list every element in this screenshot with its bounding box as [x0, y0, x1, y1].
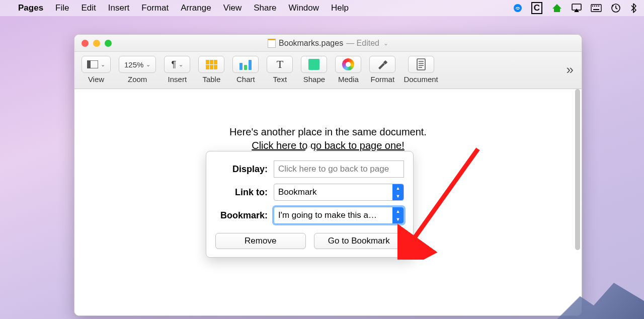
toolbar-table-group: Table	[198, 56, 224, 84]
document-icon	[416, 58, 426, 70]
svg-rect-7	[594, 6, 595, 7]
scrollbar-thumb[interactable]	[575, 89, 580, 250]
airplay-icon[interactable]	[572, 4, 582, 13]
remove-button[interactable]: Remove	[215, 233, 306, 249]
menu-arrange[interactable]: Arrange	[175, 3, 217, 13]
svg-rect-10	[593, 9, 599, 10]
bookmark-select[interactable]: I'm going to make this a… ▲▼	[274, 207, 404, 224]
body-line-1[interactable]: Here's another place in the same documen…	[74, 125, 582, 139]
menu-view[interactable]: View	[217, 3, 248, 13]
text-button[interactable]: T	[267, 56, 293, 73]
zoom-button[interactable]: 125% ⌄	[119, 56, 156, 73]
window-title[interactable]: Bookmarks.pages — Edited ⌄	[74, 39, 582, 48]
toolbar: ⌄ View 125% ⌄ Zoom ¶ ⌄ Insert Table	[74, 52, 582, 89]
shape-label: Shape	[303, 75, 325, 84]
goto-bookmark-button[interactable]: Go to Bookmark	[314, 233, 405, 249]
chevron-down-icon: ⌄	[179, 61, 183, 68]
square-icon	[308, 59, 319, 70]
toolbar-document-group: Document	[404, 56, 438, 84]
menu-insert[interactable]: Insert	[102, 3, 136, 13]
svg-rect-13	[87, 60, 91, 68]
toolbar-text-group: T Text	[267, 56, 293, 84]
page-body-text: Here's another place in the same documen…	[74, 125, 582, 152]
format-label: Format	[371, 75, 395, 84]
toolbar-insert-group: ¶ ⌄ Insert	[164, 56, 190, 84]
linkto-label: Link to:	[215, 187, 268, 198]
insert-label: Insert	[168, 75, 187, 84]
svg-rect-8	[596, 6, 597, 7]
menu-share[interactable]: Share	[248, 3, 282, 13]
chart-label: Chart	[236, 75, 255, 84]
menu-help[interactable]: Help	[325, 3, 355, 13]
view-label: View	[88, 75, 104, 84]
svg-rect-9	[598, 6, 599, 7]
chevron-down-icon: ⌄	[146, 61, 150, 68]
zoom-label: Zoom	[128, 75, 147, 84]
document-edited-status: — Edited	[346, 39, 379, 48]
bookmark-link[interactable]: Click here to go back to page one!	[252, 140, 405, 151]
display-label: Display:	[215, 164, 268, 175]
chevron-down-icon: ⌄	[383, 40, 388, 47]
svg-rect-6	[592, 6, 593, 7]
text-icon: T	[277, 58, 283, 71]
toolbar-media-group: Media	[335, 56, 361, 84]
pilcrow-icon: ¶	[172, 59, 177, 70]
toolbar-shape-group: Shape	[301, 56, 327, 84]
zoom-value: 125%	[124, 60, 143, 69]
chart-icon	[239, 59, 252, 70]
stepper-icon: ▲▼	[392, 184, 404, 200]
view-button[interactable]: ⌄	[82, 56, 111, 73]
bookmark-value: I'm going to make this a…	[278, 210, 377, 220]
letter-c-icon[interactable]: C	[531, 2, 542, 14]
table-label: Table	[202, 75, 220, 84]
titlebar: Bookmarks.pages — Edited ⌄	[74, 35, 582, 52]
document-filename: Bookmarks.pages	[279, 39, 343, 48]
toolbar-view-group: ⌄ View	[82, 56, 111, 84]
toolbar-chart-group: Chart	[232, 56, 259, 84]
menu-format[interactable]: Format	[135, 3, 175, 13]
display-input[interactable]	[274, 161, 404, 178]
photos-icon	[342, 58, 354, 70]
linkto-value: Bookmark	[278, 187, 317, 197]
toolbar-format-group: Format	[369, 56, 395, 84]
chevron-down-icon: ⌄	[101, 61, 105, 68]
linkto-select[interactable]: Bookmark ▲▼	[274, 184, 404, 201]
wifi-icon[interactable]	[513, 4, 522, 13]
menu-edit[interactable]: Edit	[75, 3, 102, 13]
insert-button[interactable]: ¶ ⌄	[164, 56, 190, 73]
menu-app[interactable]: Pages	[12, 3, 49, 13]
sidebar-icon	[87, 60, 98, 68]
keyboard-icon[interactable]	[591, 4, 602, 12]
paintbrush-icon	[376, 59, 388, 70]
menubar: Pages File Edit Insert Format Arrange Vi…	[0, 0, 644, 16]
document-button[interactable]	[408, 56, 434, 73]
menu-window[interactable]: Window	[283, 3, 325, 13]
link-popover: Display: Link to: Bookmark ▲▼ Bookmark: …	[206, 151, 414, 258]
format-button[interactable]	[369, 56, 395, 73]
media-button[interactable]	[335, 56, 361, 73]
menubar-left: Pages File Edit Insert Format Arrange Vi…	[7, 3, 355, 13]
svg-rect-15	[417, 59, 425, 70]
bluetooth-icon[interactable]	[630, 3, 637, 13]
toolbar-zoom-group: 125% ⌄ Zoom	[119, 56, 156, 84]
home-icon[interactable]	[551, 3, 562, 13]
document-file-icon	[268, 39, 276, 48]
table-button[interactable]	[198, 56, 224, 73]
chart-button[interactable]	[232, 56, 259, 73]
shape-button[interactable]	[301, 56, 327, 73]
toolbar-overflow-button[interactable]: »	[567, 62, 574, 77]
svg-marker-1	[552, 4, 561, 12]
menubar-status: C	[513, 2, 637, 14]
text-label: Text	[273, 75, 287, 84]
media-label: Media	[338, 75, 359, 84]
document-label: Document	[404, 75, 438, 84]
table-icon	[205, 59, 217, 69]
timemachine-icon[interactable]	[611, 3, 621, 13]
bookmark-label: Bookmark:	[215, 210, 268, 221]
svg-point-0	[514, 4, 522, 12]
menu-file[interactable]: File	[49, 3, 75, 13]
stepper-icon: ▲▼	[392, 207, 404, 223]
